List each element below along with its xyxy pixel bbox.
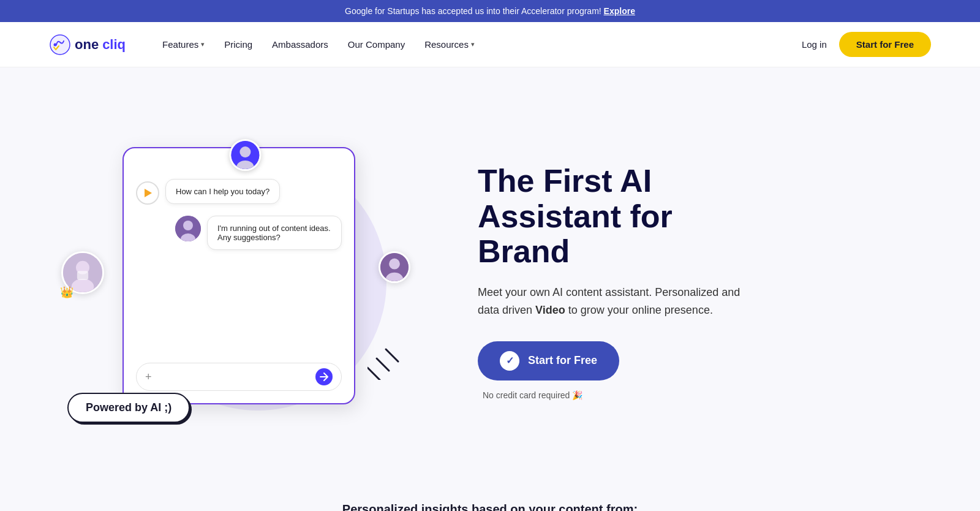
hero-illustration: 👑 How can I help you today? I'm running …	[49, 129, 441, 435]
chat-input-bar[interactable]: +	[136, 363, 342, 391]
decorative-lines	[368, 343, 404, 380]
nav-item-pricing[interactable]: Pricing	[224, 39, 252, 50]
start-free-button-nav[interactable]: Start for Free	[839, 32, 931, 57]
logo-text-cliq: cliq	[102, 37, 126, 53]
svg-point-4	[72, 279, 94, 294]
svg-point-7	[239, 146, 251, 157]
avatar-top-person	[229, 139, 261, 171]
nav-item-features[interactable]: Features ▾	[162, 39, 205, 50]
chevron-down-icon: ▾	[201, 40, 205, 48]
navbar: onecliq Features ▾ Pricing Ambassadors O…	[0, 22, 980, 67]
nav-item-resources[interactable]: Resources ▾	[424, 39, 475, 50]
svg-line-16	[377, 358, 389, 371]
login-button[interactable]: Log in	[802, 39, 827, 50]
check-icon: ✓	[500, 351, 519, 371]
hero-section: 👑 How can I help you today? I'm running …	[0, 67, 980, 484]
banner-text: Google for Startups has accepted us into…	[345, 6, 601, 16]
svg-line-17	[386, 349, 398, 361]
hero-subtitle: Meet your own AI content assistant. Pers…	[478, 284, 760, 319]
chat-mock-window: How can I help you today? I'm running ou…	[123, 147, 355, 404]
chevron-down-icon-resources: ▾	[471, 40, 475, 48]
chat-message-2: I'm running out of content ideas. Any su…	[136, 216, 342, 250]
send-icon	[320, 373, 328, 381]
announcement-banner: Google for Startups has accepted us into…	[0, 0, 980, 22]
bottom-section: Personalized insights based on your cont…	[0, 484, 980, 511]
nav-actions: Log in Start for Free	[802, 32, 931, 57]
logo-text-one: one	[75, 37, 99, 53]
nav-item-ambassadors[interactable]: Ambassadors	[272, 39, 328, 50]
avatar-right-person	[379, 251, 410, 283]
chat-bubble-2: I'm running out of content ideas. Any su…	[207, 216, 342, 250]
no-credit-text: No credit card required 🎉	[483, 390, 760, 400]
svg-point-13	[389, 259, 400, 270]
nav-item-our-company[interactable]: Our Company	[348, 39, 405, 50]
nav-links: Features ▾ Pricing Ambassadors Our Compa…	[162, 39, 777, 50]
add-icon[interactable]: +	[145, 371, 152, 384]
powered-by-ai-badge: Powered by AI ;)	[67, 393, 190, 423]
play-button[interactable]	[136, 181, 159, 205]
chat-message-1: How can I help you today?	[136, 179, 342, 205]
svg-point-10	[183, 221, 193, 230]
start-free-button-hero[interactable]: ✓ Start for Free	[478, 341, 619, 380]
svg-line-15	[368, 368, 380, 380]
bottom-title: Personalized insights based on your cont…	[49, 502, 931, 511]
crown-emoji: 👑	[60, 286, 74, 299]
top-person-svg	[231, 141, 259, 169]
logo[interactable]: onecliq	[49, 34, 126, 56]
banner-explore-link[interactable]: Explore	[604, 6, 635, 16]
send-button[interactable]	[315, 368, 333, 385]
hero-title: The First AI Assistant for Brand	[478, 164, 760, 269]
logo-icon	[49, 34, 71, 56]
chat-bubble-1: How can I help you today?	[165, 179, 280, 204]
avatar-right-small	[175, 216, 201, 241]
svg-point-1	[54, 43, 57, 46]
svg-rect-5	[77, 271, 88, 280]
svg-point-0	[50, 35, 70, 55]
right-person-svg	[380, 251, 409, 283]
hero-text-section: The First AI Assistant for Brand Meet yo…	[441, 164, 760, 399]
